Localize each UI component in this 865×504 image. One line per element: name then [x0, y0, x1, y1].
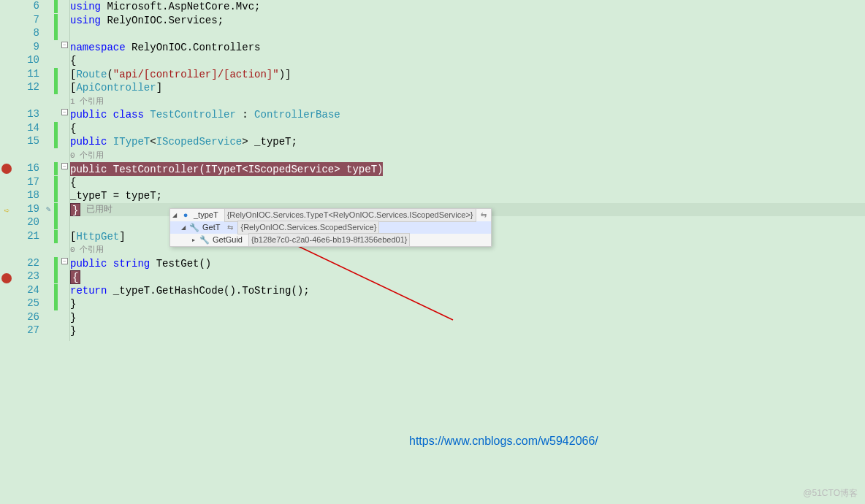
breakpoint-gutter-cell[interactable]	[0, 314, 13, 328]
collapse-icon[interactable]: −	[61, 109, 68, 115]
line-number: 23	[13, 270, 39, 284]
breakpoint-gutter-cell[interactable]	[0, 191, 13, 205]
code-line[interactable]: {	[70, 270, 865, 284]
fold-gutter-cell[interactable]	[60, 149, 69, 163]
modification-indicator	[54, 41, 60, 55]
code-line[interactable]: using Microsoft.AspNetCore.Mvc;	[70, 0, 865, 14]
fold-gutter-cell[interactable]	[60, 189, 69, 203]
breakpoint-icon[interactable]	[1, 164, 12, 174]
breakpoint-gutter-cell[interactable]	[0, 0, 13, 14]
screwdriver-icon[interactable]: ✎	[46, 205, 51, 214]
fold-gutter-cell[interactable]	[60, 14, 69, 28]
code-line[interactable]: {	[70, 54, 865, 68]
fold-gutter-cell[interactable]	[60, 135, 69, 149]
breakpoint-gutter-cell[interactable]	[0, 287, 13, 301]
glyph-margin-cell: ✎	[42, 203, 54, 217]
breakpoint-gutter-cell[interactable]	[0, 149, 13, 163]
breakpoint-gutter-cell[interactable]	[0, 95, 13, 109]
watermark: @51CTO博客	[803, 487, 858, 500]
breakpoint-gutter-cell[interactable]	[0, 27, 13, 41]
code-line[interactable]: }	[70, 324, 865, 338]
breakpoint-gutter-cell[interactable]	[0, 259, 13, 272]
tooltip-row[interactable]: ◢ 🔧 GetT ⇆ {RelyOnIOC.Services.ScopedSer…	[170, 221, 491, 234]
fold-gutter-cell[interactable]	[60, 230, 69, 244]
code-line[interactable]	[70, 27, 865, 41]
code-line[interactable]: 0 个引用	[70, 149, 865, 163]
breakpoint-gutter-cell[interactable]	[0, 108, 13, 122]
code-line[interactable]: public ITypeT<IScopedService> _typeT;	[70, 135, 865, 149]
pin-icon[interactable]: ⇆	[479, 209, 488, 221]
expand-icon[interactable]: ▸	[191, 234, 197, 246]
glyph-margin-cell	[42, 95, 54, 109]
modification-indicator	[54, 135, 60, 149]
fold-gutter-cell[interactable]	[60, 270, 69, 284]
fold-gutter-cell[interactable]	[60, 95, 69, 109]
code-token	[144, 108, 150, 122]
breakpoint-gutter-cell[interactable]	[0, 122, 13, 136]
breakpoint-icon[interactable]	[1, 273, 12, 283]
code-token: class	[113, 108, 144, 122]
fold-gutter-cell[interactable]	[60, 122, 69, 136]
code-line[interactable]: _typeT = typeT;	[70, 189, 865, 203]
code-line[interactable]: {	[70, 122, 865, 136]
fold-gutter-cell[interactable]	[60, 81, 69, 95]
breakpoint-gutter-cell[interactable]	[0, 68, 13, 82]
glyph-margin-cell	[42, 108, 54, 122]
line-number: 10	[13, 54, 39, 68]
collapse-icon[interactable]: −	[61, 42, 68, 48]
fold-gutter-cell[interactable]: −	[60, 257, 69, 271]
fold-gutter-cell[interactable]	[60, 0, 69, 14]
expand-icon[interactable]: ◢	[172, 209, 178, 221]
code-line[interactable]: public class TestController : Controller…	[70, 108, 865, 122]
breakpoint-gutter-cell[interactable]	[0, 232, 13, 245]
breakpoint-gutter-cell[interactable]	[0, 54, 13, 68]
breakpoint-gutter-cell[interactable]	[0, 81, 13, 95]
collapse-icon[interactable]: −	[61, 163, 68, 169]
code-line[interactable]: using RelyOnIOC.Services;	[70, 14, 865, 28]
code-line[interactable]: public TestController(ITypeT<IScopedServ…	[70, 162, 865, 176]
pin-icon[interactable]: ⇆	[226, 221, 235, 234]
breakpoint-gutter-cell[interactable]	[0, 164, 13, 177]
fold-gutter-cell[interactable]: −	[60, 41, 69, 55]
breakpoint-gutter-cell[interactable]	[0, 300, 13, 314]
breakpoint-gutter-cell[interactable]	[0, 273, 13, 287]
code-line[interactable]: return _typeT.GetHashCode().ToString();	[70, 284, 865, 298]
breakpoint-gutter-cell[interactable]	[0, 245, 13, 259]
code-line[interactable]: public string TestGet()	[70, 257, 865, 271]
code-line[interactable]: }	[70, 297, 865, 311]
attribution-link[interactable]: https://www.cnblogs.com/w5942066/	[409, 435, 598, 448]
fold-gutter-cell[interactable]	[60, 324, 69, 338]
code-line[interactable]: }	[70, 311, 865, 325]
tooltip-row[interactable]: ◢ ● _typeT {RelyOnIOC.Services.TypeT<Rel…	[170, 209, 491, 221]
modification-indicator	[54, 95, 60, 109]
fold-gutter-cell[interactable]	[60, 297, 69, 311]
fold-gutter-cell[interactable]	[60, 203, 69, 217]
breakpoint-gutter-cell[interactable]	[0, 177, 13, 191]
fold-gutter-cell[interactable]	[60, 284, 69, 298]
code-token: namespace	[70, 41, 126, 55]
breakpoint-gutter-cell[interactable]: ➪	[0, 205, 13, 218]
expand-icon[interactable]: ◢	[180, 221, 186, 234]
fold-gutter-cell[interactable]	[60, 243, 69, 257]
breakpoint-gutter-cell[interactable]	[0, 41, 13, 55]
fold-gutter-cell[interactable]	[60, 311, 69, 325]
code-line[interactable]: 1 个引用	[70, 95, 865, 109]
fold-gutter-cell[interactable]: −	[60, 108, 69, 122]
fold-gutter-cell[interactable]	[60, 27, 69, 41]
fold-gutter-cell[interactable]	[60, 176, 69, 190]
code-line[interactable]: [ApiController]	[70, 81, 865, 95]
fold-gutter-cell[interactable]: −	[60, 162, 69, 176]
breakpoint-gutter-cell[interactable]	[0, 327, 13, 341]
code-line[interactable]: {	[70, 176, 865, 190]
tooltip-row[interactable]: ▸ 🔧 GetGuid {b128e7c0-c2a0-46e6-bb19-8f1…	[170, 234, 491, 246]
fold-gutter-cell[interactable]	[60, 216, 69, 230]
code-editor[interactable]: ➪678910111213141516171819202122232425262…	[0, 0, 865, 341]
breakpoint-gutter-cell[interactable]	[0, 135, 13, 149]
breakpoint-gutter-cell[interactable]	[0, 14, 13, 28]
code-line[interactable]: [Route("api/[controller]/[action]")]	[70, 68, 865, 82]
collapse-icon[interactable]: −	[61, 258, 68, 264]
fold-gutter-cell[interactable]	[60, 54, 69, 68]
code-line[interactable]: namespace RelyOnIOC.Controllers	[70, 41, 865, 55]
breakpoint-gutter-cell[interactable]	[0, 218, 13, 232]
fold-gutter-cell[interactable]	[60, 68, 69, 82]
